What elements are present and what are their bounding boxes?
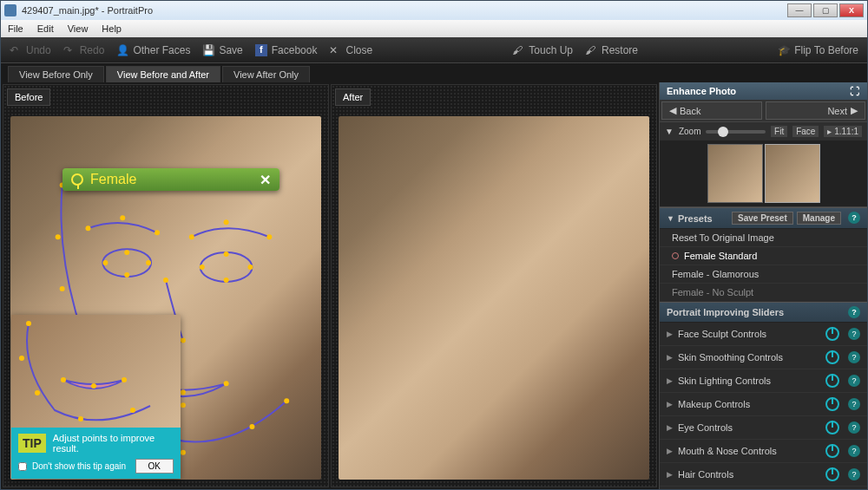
after-photo[interactable] [339, 116, 649, 480]
svg-point-37 [91, 383, 96, 389]
slider-row[interactable]: ▶Face Sculpt Controls? [660, 323, 867, 346]
slider-row[interactable]: ▶Makeup Controls? [660, 393, 867, 416]
slider-row[interactable]: ▶Skin Lighting Controls? [660, 369, 867, 393]
menu-help[interactable]: Help [102, 23, 122, 34]
save-preset-button[interactable]: Save Preset [732, 212, 793, 225]
zoom-slider[interactable] [706, 130, 766, 134]
expand-icon[interactable]: ⛶ [850, 86, 860, 96]
chevron-right-icon: ▶ [667, 353, 673, 362]
tip-ok-button[interactable]: OK [135, 459, 174, 474]
sidebar: Enhance Photo ⛶ ◀Back Next▶ ▼ Zoom Fit F… [659, 82, 867, 489]
slider-row[interactable]: ▶Eye Controls? [660, 416, 867, 440]
slider-row[interactable]: ▶Skin Coloring Controls? [660, 487, 867, 489]
svg-point-28 [181, 389, 186, 395]
tip-message: Adjust points to improve result. [53, 433, 174, 454]
content: Before [1, 82, 867, 489]
help-icon[interactable]: ? [848, 328, 860, 340]
maximize-button[interactable]: ▢ [813, 3, 838, 17]
flip-button[interactable]: 🎓Flip To Before [778, 44, 858, 56]
power-icon[interactable] [825, 467, 839, 481]
help-icon[interactable]: ? [848, 306, 860, 318]
back-button[interactable]: ◀Back [661, 101, 762, 120]
menu-view[interactable]: View [68, 23, 89, 34]
restore-button[interactable]: 🖌Restore [585, 44, 638, 56]
undo-button[interactable]: ↶Undo [10, 44, 51, 56]
power-icon[interactable] [825, 444, 839, 458]
chevron-right-icon: ▶ [667, 330, 673, 338]
svg-point-15 [266, 234, 272, 239]
gender-close-icon[interactable]: ✕ [260, 172, 271, 188]
svg-point-35 [130, 408, 135, 413]
preset-female-no-sculpt[interactable]: Female - No Sculpt [660, 284, 867, 302]
nav-row: ◀Back Next▶ [660, 100, 867, 122]
other-faces-button[interactable]: 👤Other Faces [116, 44, 190, 56]
preset-reset[interactable]: Reset To Original Image [660, 229, 867, 247]
svg-point-20 [200, 265, 205, 270]
power-icon[interactable] [825, 327, 839, 341]
power-icon[interactable] [825, 374, 839, 388]
svg-point-33 [35, 390, 40, 395]
menu-file[interactable]: File [8, 23, 23, 34]
preset-female-glamorous[interactable]: Female - Glamorous [660, 265, 867, 284]
svg-point-24 [163, 278, 168, 283]
svg-point-38 [122, 377, 127, 382]
thumbnail-after[interactable] [765, 144, 820, 203]
minimize-button[interactable]: — [787, 3, 812, 17]
svg-point-14 [224, 219, 229, 225]
save-button[interactable]: 💾Save [202, 44, 242, 56]
female-icon [71, 173, 83, 186]
app-icon [4, 4, 16, 16]
gender-tag[interactable]: Female ✕ [62, 168, 279, 191]
chevron-down-icon: ▼ [667, 214, 674, 223]
facebook-icon: f [255, 44, 267, 56]
titlebar[interactable]: 429407_main.jpg* - PortraitPro — ▢ X [1, 1, 867, 20]
chevron-right-icon: ▶ [667, 470, 673, 479]
help-icon[interactable]: ? [848, 351, 860, 363]
power-icon[interactable] [825, 421, 839, 434]
preset-female-standard[interactable]: Female Standard [660, 247, 867, 265]
zoom-thumb[interactable] [718, 127, 728, 137]
zoom-fit[interactable]: Fit [771, 126, 787, 137]
thumbnail-before[interactable] [707, 144, 763, 203]
help-icon[interactable]: ? [848, 468, 860, 480]
chevron-right-icon: ▶ [851, 105, 858, 116]
facebook-button[interactable]: fFacebook [255, 44, 318, 56]
toolbar: ↶Undo ↷Redo 👤Other Faces 💾Save fFacebook… [1, 37, 867, 63]
menu-edit[interactable]: Edit [37, 23, 54, 34]
touch-up-button[interactable]: 🖌Touch Up [512, 44, 573, 56]
enhance-header: Enhance Photo ⛶ [660, 82, 867, 100]
power-icon[interactable] [825, 397, 839, 411]
slider-label: Face Sculpt Controls [678, 329, 820, 339]
redo-button[interactable]: ↷Redo [63, 44, 105, 56]
tab-after-only[interactable]: View After Only [222, 66, 310, 82]
next-button[interactable]: Next▶ [766, 101, 866, 120]
tip-dont-show-checkbox[interactable] [18, 462, 27, 471]
thumbnail-strip [660, 140, 867, 207]
help-icon[interactable]: ? [848, 212, 860, 224]
slider-row[interactable]: ▶Mouth & Nose Controls? [660, 440, 867, 463]
svg-point-19 [124, 272, 129, 278]
svg-point-32 [19, 356, 24, 361]
close-button[interactable]: ✕Close [329, 44, 372, 56]
close-window-button[interactable]: X [839, 3, 864, 17]
tab-before-only[interactable]: View Before Only [8, 66, 104, 82]
sliders-header: Portrait Improving Sliders ? [660, 302, 867, 323]
svg-point-3 [56, 234, 61, 239]
restore-icon: 🖌 [585, 44, 597, 56]
svg-point-34 [78, 416, 83, 421]
redo-icon: ↷ [63, 44, 76, 56]
help-icon[interactable]: ? [848, 375, 860, 387]
window-title: 429407_main.jpg* - PortraitPro [22, 5, 787, 16]
manage-presets-button[interactable]: Manage [797, 212, 841, 225]
zoom-value[interactable]: ▸ 1.11:1 [824, 126, 862, 137]
power-icon[interactable] [825, 350, 839, 364]
slider-row[interactable]: ▶Hair Controls? [660, 463, 867, 487]
help-icon[interactable]: ? [848, 445, 860, 457]
tab-before-after[interactable]: View Before and After [106, 66, 220, 82]
help-icon[interactable]: ? [848, 421, 860, 434]
slider-row[interactable]: ▶Skin Smoothing Controls? [660, 346, 867, 369]
help-icon[interactable]: ? [848, 398, 860, 410]
presets-header[interactable]: ▼ Presets Save Preset Manage ? [660, 207, 867, 229]
zoom-face[interactable]: Face [792, 126, 819, 137]
slider-list: ▶Face Sculpt Controls?▶Skin Smoothing Co… [660, 323, 867, 489]
